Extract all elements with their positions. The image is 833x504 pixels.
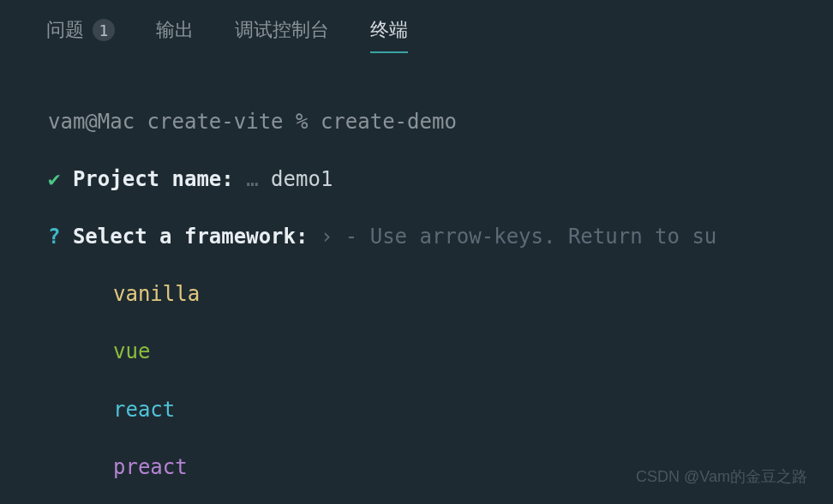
question-icon: ?: [48, 225, 60, 249]
panel-tabs: 问题 1 输出 调试控制台 终端: [0, 0, 833, 53]
terminal-output[interactable]: vam@Mac create-vite % create-demo ✔ Proj…: [0, 53, 833, 504]
option-vue[interactable]: vue: [48, 338, 807, 367]
tab-output[interactable]: 输出: [153, 10, 197, 53]
tab-terminal-label: 终端: [370, 17, 408, 43]
ellipsis: …: [246, 167, 258, 191]
tab-output-label: 输出: [156, 17, 194, 43]
select-framework-line: ? Select a framework: › - Use arrow-keys…: [48, 223, 807, 252]
option-react[interactable]: react: [48, 396, 807, 425]
prompt-arrow: ›: [321, 225, 333, 249]
tab-terminal[interactable]: 终端: [367, 10, 411, 53]
shell-prompt-line: vam@Mac create-vite % create-demo: [48, 108, 807, 137]
tab-debug-label: 调试控制台: [235, 17, 329, 43]
tab-problems[interactable]: 问题 1: [43, 10, 118, 53]
project-name-line: ✔ Project name: … demo1: [48, 165, 807, 195]
select-framework-label: Select a framework:: [73, 225, 309, 249]
prompt-hint: - Use arrow-keys. Return to su: [345, 225, 716, 249]
project-name-label: Project name:: [73, 167, 234, 191]
project-name-value: demo1: [271, 167, 333, 191]
problems-count-badge: 1: [93, 19, 115, 41]
tab-problems-label: 问题: [46, 17, 84, 43]
tab-debug-console[interactable]: 调试控制台: [231, 10, 333, 53]
watermark-text: CSDN @Vam的金豆之路: [636, 466, 807, 487]
option-vanilla[interactable]: vanilla: [48, 280, 807, 309]
check-icon: ✔: [48, 167, 60, 191]
